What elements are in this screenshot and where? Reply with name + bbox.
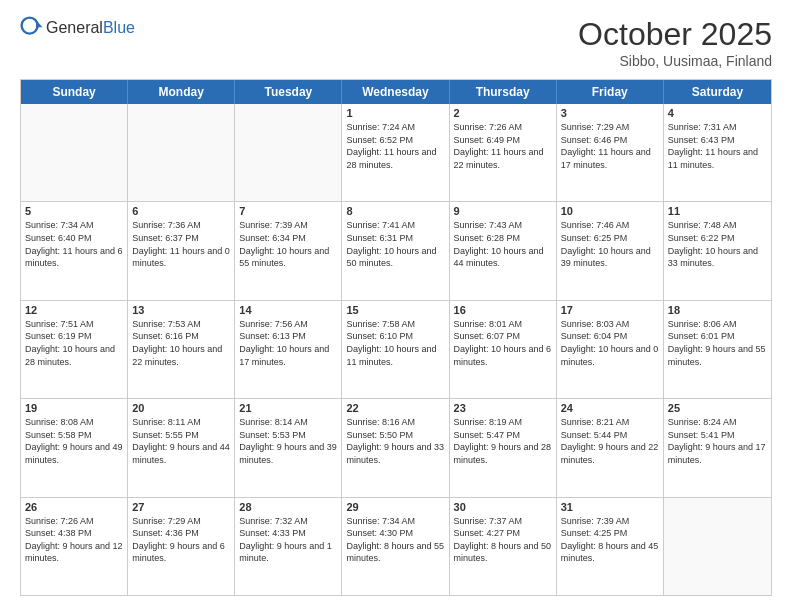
- day-cell-2-4: 16Sunrise: 8:01 AMSunset: 6:07 PMDayligh…: [450, 301, 557, 398]
- day-info: Sunrise: 7:53 AMSunset: 6:16 PMDaylight:…: [132, 318, 230, 368]
- day-info: Sunrise: 8:24 AMSunset: 5:41 PMDaylight:…: [668, 416, 767, 466]
- day-cell-3-4: 23Sunrise: 8:19 AMSunset: 5:47 PMDayligh…: [450, 399, 557, 496]
- day-info: Sunrise: 7:39 AMSunset: 6:34 PMDaylight:…: [239, 219, 337, 269]
- calendar: Sunday Monday Tuesday Wednesday Thursday…: [20, 79, 772, 596]
- day-number: 24: [561, 402, 659, 414]
- day-info: Sunrise: 8:19 AMSunset: 5:47 PMDaylight:…: [454, 416, 552, 466]
- title-block: October 2025 Sibbo, Uusimaa, Finland: [578, 16, 772, 69]
- week-row-3: 12Sunrise: 7:51 AMSunset: 6:19 PMDayligh…: [21, 301, 771, 399]
- day-info: Sunrise: 7:29 AMSunset: 6:46 PMDaylight:…: [561, 121, 659, 171]
- day-number: 20: [132, 402, 230, 414]
- header-saturday: Saturday: [664, 80, 771, 104]
- day-info: Sunrise: 8:16 AMSunset: 5:50 PMDaylight:…: [346, 416, 444, 466]
- day-number: 19: [25, 402, 123, 414]
- day-number: 14: [239, 304, 337, 316]
- header-wednesday: Wednesday: [342, 80, 449, 104]
- day-number: 29: [346, 501, 444, 513]
- day-number: 17: [561, 304, 659, 316]
- day-number: 18: [668, 304, 767, 316]
- day-cell-1-6: 11Sunrise: 7:48 AMSunset: 6:22 PMDayligh…: [664, 202, 771, 299]
- day-number: 21: [239, 402, 337, 414]
- day-number: 15: [346, 304, 444, 316]
- day-info: Sunrise: 7:37 AMSunset: 4:27 PMDaylight:…: [454, 515, 552, 565]
- day-info: Sunrise: 7:58 AMSunset: 6:10 PMDaylight:…: [346, 318, 444, 368]
- day-info: Sunrise: 7:34 AMSunset: 6:40 PMDaylight:…: [25, 219, 123, 269]
- logo: GeneralBlue: [20, 16, 135, 40]
- day-cell-4-6: [664, 498, 771, 595]
- day-cell-4-0: 26Sunrise: 7:26 AMSunset: 4:38 PMDayligh…: [21, 498, 128, 595]
- day-cell-0-6: 4Sunrise: 7:31 AMSunset: 6:43 PMDaylight…: [664, 104, 771, 201]
- day-info: Sunrise: 7:32 AMSunset: 4:33 PMDaylight:…: [239, 515, 337, 565]
- day-number: 3: [561, 107, 659, 119]
- day-number: 30: [454, 501, 552, 513]
- day-info: Sunrise: 8:08 AMSunset: 5:58 PMDaylight:…: [25, 416, 123, 466]
- day-number: 26: [25, 501, 123, 513]
- day-number: 8: [346, 205, 444, 217]
- day-number: 25: [668, 402, 767, 414]
- day-number: 9: [454, 205, 552, 217]
- day-cell-4-2: 28Sunrise: 7:32 AMSunset: 4:33 PMDayligh…: [235, 498, 342, 595]
- day-info: Sunrise: 7:24 AMSunset: 6:52 PMDaylight:…: [346, 121, 444, 171]
- day-cell-0-5: 3Sunrise: 7:29 AMSunset: 6:46 PMDaylight…: [557, 104, 664, 201]
- day-cell-3-5: 24Sunrise: 8:21 AMSunset: 5:44 PMDayligh…: [557, 399, 664, 496]
- day-cell-2-1: 13Sunrise: 7:53 AMSunset: 6:16 PMDayligh…: [128, 301, 235, 398]
- day-cell-3-1: 20Sunrise: 8:11 AMSunset: 5:55 PMDayligh…: [128, 399, 235, 496]
- svg-point-0: [22, 18, 38, 34]
- day-cell-4-4: 30Sunrise: 7:37 AMSunset: 4:27 PMDayligh…: [450, 498, 557, 595]
- day-cell-3-2: 21Sunrise: 8:14 AMSunset: 5:53 PMDayligh…: [235, 399, 342, 496]
- week-row-1: 1Sunrise: 7:24 AMSunset: 6:52 PMDaylight…: [21, 104, 771, 202]
- day-cell-0-3: 1Sunrise: 7:24 AMSunset: 6:52 PMDaylight…: [342, 104, 449, 201]
- month-title: October 2025: [578, 16, 772, 53]
- logo-blue-text: Blue: [103, 19, 135, 36]
- day-number: 11: [668, 205, 767, 217]
- day-cell-0-1: [128, 104, 235, 201]
- day-cell-4-3: 29Sunrise: 7:34 AMSunset: 4:30 PMDayligh…: [342, 498, 449, 595]
- header: GeneralBlue October 2025 Sibbo, Uusimaa,…: [20, 16, 772, 69]
- day-headers: Sunday Monday Tuesday Wednesday Thursday…: [21, 80, 771, 104]
- day-number: 7: [239, 205, 337, 217]
- header-sunday: Sunday: [21, 80, 128, 104]
- day-info: Sunrise: 8:01 AMSunset: 6:07 PMDaylight:…: [454, 318, 552, 368]
- day-number: 13: [132, 304, 230, 316]
- day-info: Sunrise: 7:26 AMSunset: 6:49 PMDaylight:…: [454, 121, 552, 171]
- day-cell-3-0: 19Sunrise: 8:08 AMSunset: 5:58 PMDayligh…: [21, 399, 128, 496]
- header-monday: Monday: [128, 80, 235, 104]
- day-info: Sunrise: 8:14 AMSunset: 5:53 PMDaylight:…: [239, 416, 337, 466]
- day-number: 31: [561, 501, 659, 513]
- logo-icon: [20, 16, 44, 40]
- day-info: Sunrise: 7:31 AMSunset: 6:43 PMDaylight:…: [668, 121, 767, 171]
- day-cell-2-5: 17Sunrise: 8:03 AMSunset: 6:04 PMDayligh…: [557, 301, 664, 398]
- day-cell-0-2: [235, 104, 342, 201]
- day-cell-4-1: 27Sunrise: 7:29 AMSunset: 4:36 PMDayligh…: [128, 498, 235, 595]
- week-row-5: 26Sunrise: 7:26 AMSunset: 4:38 PMDayligh…: [21, 498, 771, 595]
- day-cell-2-0: 12Sunrise: 7:51 AMSunset: 6:19 PMDayligh…: [21, 301, 128, 398]
- day-cell-1-4: 9Sunrise: 7:43 AMSunset: 6:28 PMDaylight…: [450, 202, 557, 299]
- day-cell-2-6: 18Sunrise: 8:06 AMSunset: 6:01 PMDayligh…: [664, 301, 771, 398]
- day-cell-3-6: 25Sunrise: 8:24 AMSunset: 5:41 PMDayligh…: [664, 399, 771, 496]
- day-info: Sunrise: 7:41 AMSunset: 6:31 PMDaylight:…: [346, 219, 444, 269]
- day-info: Sunrise: 7:29 AMSunset: 4:36 PMDaylight:…: [132, 515, 230, 565]
- day-info: Sunrise: 7:26 AMSunset: 4:38 PMDaylight:…: [25, 515, 123, 565]
- day-number: 2: [454, 107, 552, 119]
- day-cell-1-1: 6Sunrise: 7:36 AMSunset: 6:37 PMDaylight…: [128, 202, 235, 299]
- day-cell-2-3: 15Sunrise: 7:58 AMSunset: 6:10 PMDayligh…: [342, 301, 449, 398]
- day-number: 10: [561, 205, 659, 217]
- day-number: 28: [239, 501, 337, 513]
- day-info: Sunrise: 7:34 AMSunset: 4:30 PMDaylight:…: [346, 515, 444, 565]
- day-cell-3-3: 22Sunrise: 8:16 AMSunset: 5:50 PMDayligh…: [342, 399, 449, 496]
- day-cell-0-0: [21, 104, 128, 201]
- day-number: 23: [454, 402, 552, 414]
- day-cell-2-2: 14Sunrise: 7:56 AMSunset: 6:13 PMDayligh…: [235, 301, 342, 398]
- header-thursday: Thursday: [450, 80, 557, 104]
- day-number: 5: [25, 205, 123, 217]
- day-number: 4: [668, 107, 767, 119]
- day-cell-1-3: 8Sunrise: 7:41 AMSunset: 6:31 PMDaylight…: [342, 202, 449, 299]
- day-cell-1-2: 7Sunrise: 7:39 AMSunset: 6:34 PMDaylight…: [235, 202, 342, 299]
- day-info: Sunrise: 8:03 AMSunset: 6:04 PMDaylight:…: [561, 318, 659, 368]
- page: GeneralBlue October 2025 Sibbo, Uusimaa,…: [0, 0, 792, 612]
- day-info: Sunrise: 7:56 AMSunset: 6:13 PMDaylight:…: [239, 318, 337, 368]
- logo-general-text: General: [46, 19, 103, 36]
- header-friday: Friday: [557, 80, 664, 104]
- day-number: 22: [346, 402, 444, 414]
- day-cell-1-0: 5Sunrise: 7:34 AMSunset: 6:40 PMDaylight…: [21, 202, 128, 299]
